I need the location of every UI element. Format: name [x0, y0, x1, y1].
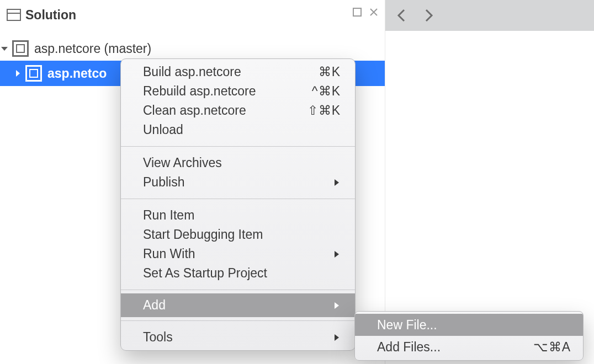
menu-separator [121, 146, 355, 147]
submenu-arrow-icon [333, 334, 341, 341]
menu-item-debug[interactable]: Start Debugging Item [121, 225, 355, 244]
menu-item-build[interactable]: Build asp.netcore ⌘K [121, 62, 355, 82]
submenu-arrow-icon [333, 250, 341, 258]
project-node-icon [25, 65, 42, 82]
dock-icon[interactable] [353, 8, 362, 17]
menu-separator [121, 290, 355, 290]
submenu-arrow-icon [333, 179, 341, 186]
chevron-down-icon [0, 44, 9, 53]
menu-separator [121, 320, 355, 321]
menu-item-clean[interactable]: Clean asp.netcore ⇧⌘K [121, 101, 355, 120]
menu-item-runwith[interactable]: Run With [121, 244, 355, 264]
solution-node-icon [12, 40, 29, 57]
panel-controls [353, 8, 378, 17]
menu-item-add[interactable]: Add [121, 293, 355, 317]
menu-separator [121, 199, 355, 199]
menu-group-run: Run Item Start Debugging Item Run With S… [121, 202, 355, 286]
solution-label: asp.netcore (master) [34, 41, 151, 56]
menu-group-tools: Tools [121, 324, 355, 350]
menu-item-startup[interactable]: Set As Startup Project [121, 264, 355, 283]
editor-nav-bar [385, 0, 594, 31]
nav-forward-icon[interactable] [424, 8, 434, 23]
nav-back-icon[interactable] [396, 8, 406, 23]
panel-title: Solution [25, 8, 76, 23]
menu-group-add: Add [121, 293, 355, 317]
menu-group-build: Build asp.netcore ⌘K Rebuild asp.netcore… [121, 59, 355, 143]
menu-item-archives[interactable]: View Archives [121, 153, 355, 173]
project-label: asp.netco [47, 66, 107, 81]
add-submenu: New File... Add Files... ⌥⌘A [354, 311, 584, 361]
menu-item-rebuild[interactable]: Rebuild asp.netcore ^⌘K [121, 82, 355, 101]
submenu-arrow-icon [333, 302, 341, 309]
chevron-right-icon [13, 69, 22, 78]
menu-item-unload[interactable]: Unload [121, 120, 355, 140]
menu-item-run[interactable]: Run Item [121, 206, 355, 225]
menu-item-tools[interactable]: Tools [121, 328, 355, 347]
panel-header: Solution [0, 0, 385, 30]
tree-solution-row[interactable]: asp.netcore (master) [0, 36, 385, 61]
menu-group-view: View Archives Publish [121, 150, 355, 195]
context-menu: Build asp.netcore ⌘K Rebuild asp.netcore… [120, 58, 356, 351]
menu-item-publish[interactable]: Publish [121, 173, 355, 192]
solution-icon [7, 9, 21, 21]
submenu-item-newfile[interactable]: New File... [355, 314, 583, 336]
submenu-item-addfiles[interactable]: Add Files... ⌥⌘A [355, 336, 583, 358]
close-icon[interactable] [369, 8, 378, 17]
svg-rect-0 [353, 8, 361, 16]
